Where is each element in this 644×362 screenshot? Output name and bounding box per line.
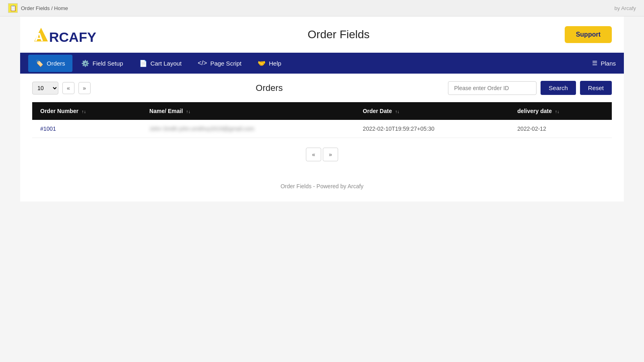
name-email-cell: John Smith john.smithxy2019@gmail.com <box>141 120 355 138</box>
per-page-select[interactable]: 10 25 50 100 <box>32 82 58 95</box>
col-order-number[interactable]: Order Number ↑↓ <box>32 102 141 120</box>
table-row: #1001 John Smith john.smithxy2019@gmail.… <box>32 120 612 138</box>
top-bar: 📋 Order Fields / Home by Arcafy <box>0 0 644 16</box>
orders-title: Orders <box>95 83 444 93</box>
prev-page-button-top[interactable]: « <box>62 82 74 94</box>
nav-orders-label: Orders <box>47 60 65 67</box>
next-page-button-top[interactable]: » <box>78 82 91 94</box>
nav-help-label: Help <box>269 60 281 67</box>
col-name-email-sort: ↑↓ <box>186 109 190 114</box>
nav-field-setup-label: Field Setup <box>93 60 123 67</box>
col-order-date-label: Order Date <box>363 108 392 114</box>
nav-item-field-setup[interactable]: ⚙️ Field Setup <box>74 55 130 72</box>
nav-left: 🏷️ Orders ⚙️ Field Setup 📄 Cart Layout <… <box>28 55 289 72</box>
nav-cart-layout-label: Cart Layout <box>151 60 182 67</box>
nav-item-cart-layout[interactable]: 📄 Cart Layout <box>132 55 189 72</box>
help-icon: 🤝 <box>258 60 266 67</box>
page-script-icon: </> <box>198 60 207 67</box>
col-order-date[interactable]: Order Date ↑↓ <box>355 102 509 120</box>
cart-layout-icon: 📄 <box>139 60 147 67</box>
footer: Order Fields - Powered by Arcafy <box>20 171 624 202</box>
nav-bar: 🏷️ Orders ⚙️ Field Setup 📄 Cart Layout <… <box>20 53 624 74</box>
prev-page-button-bottom[interactable]: « <box>306 148 321 161</box>
orders-icon: 🏷️ <box>35 60 43 67</box>
next-page-button-bottom[interactable]: » <box>323 148 338 161</box>
nav-item-orders[interactable]: 🏷️ Orders <box>28 55 72 72</box>
order-number-cell: #1001 <box>32 120 141 138</box>
col-delivery-date-sort: ↑↓ <box>555 109 559 114</box>
field-setup-icon: ⚙️ <box>81 60 89 67</box>
col-name-email-label: Name/ Email <box>149 108 183 114</box>
logo: A RCAFY <box>32 25 113 45</box>
col-name-email[interactable]: Name/ Email ↑↓ <box>141 102 355 120</box>
app-icon: 📋 <box>8 3 18 13</box>
nav-page-script-label: Page Script <box>210 60 242 67</box>
reset-button[interactable]: Reset <box>580 81 612 95</box>
name-email-value: John Smith john.smithxy2019@gmail.com <box>149 125 254 132</box>
table-header-row: Order Number ↑↓ Name/ Email ↑↓ Order Dat… <box>32 102 612 120</box>
col-delivery-date[interactable]: delivery date ↑↓ <box>509 102 612 120</box>
plans-icon: ☰ <box>592 60 597 67</box>
col-order-date-sort: ↑↓ <box>395 109 400 114</box>
search-input[interactable] <box>448 81 537 95</box>
main-container: A RCAFY Order Fields Support 🏷️ Orders ⚙… <box>20 16 624 202</box>
nav-item-page-script[interactable]: </> Page Script <box>190 55 249 72</box>
col-order-number-sort: ↑↓ <box>82 109 86 114</box>
header: A RCAFY Order Fields Support <box>20 16 624 53</box>
svg-text:RCAFY: RCAFY <box>49 29 96 45</box>
support-button[interactable]: Support <box>565 26 612 43</box>
plans-label: Plans <box>601 60 616 67</box>
order-number-link[interactable]: #1001 <box>40 125 56 132</box>
footer-text: Order Fields - Powered by Arcafy <box>281 183 363 189</box>
logo-svg: A RCAFY <box>32 25 113 45</box>
nav-item-help[interactable]: 🤝 Help <box>250 55 289 72</box>
svg-text:A: A <box>35 30 43 43</box>
nav-plans[interactable]: ☰ Plans <box>592 60 616 67</box>
breadcrumb: Order Fields / Home <box>21 5 68 11</box>
delivery-date-cell: 2022-02-12 <box>509 120 612 138</box>
page-title: Order Fields <box>308 28 369 41</box>
by-label: by Arcafy <box>615 5 636 11</box>
table-wrapper: Order Number ↑↓ Name/ Email ↑↓ Order Dat… <box>20 102 624 138</box>
col-order-number-label: Order Number <box>40 108 78 114</box>
orders-table: Order Number ↑↓ Name/ Email ↑↓ Order Dat… <box>32 102 612 138</box>
order-date-cell: 2022-02-10T19:59:27+05:30 <box>355 120 509 138</box>
controls-row: 10 25 50 100 « » Orders Search Reset <box>20 74 624 102</box>
breadcrumb-container: 📋 Order Fields / Home <box>8 3 68 13</box>
bottom-pagination: « » <box>20 138 624 171</box>
col-delivery-date-label: delivery date <box>517 108 552 114</box>
search-button[interactable]: Search <box>541 81 576 95</box>
